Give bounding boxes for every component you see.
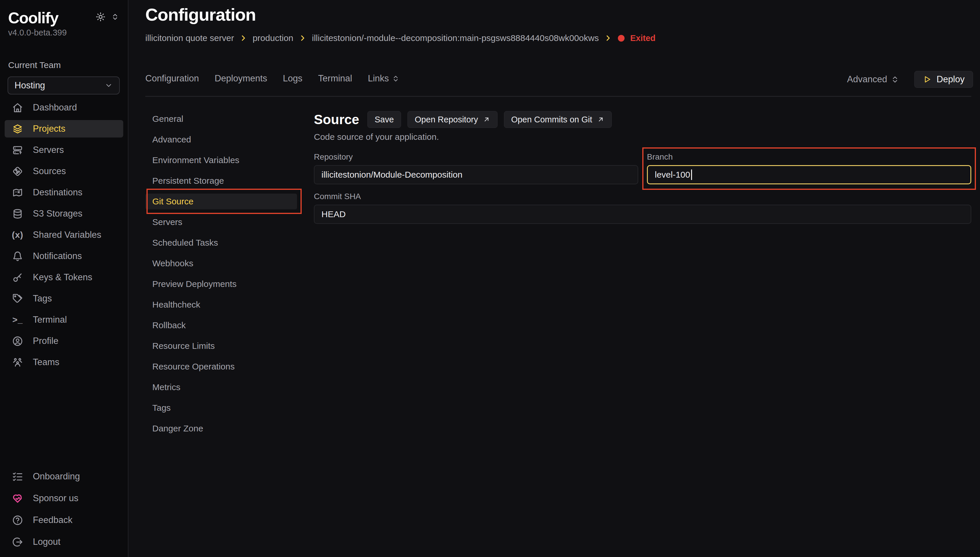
- arrow-up-right-icon: [483, 116, 490, 123]
- arrow-up-right-icon: [597, 116, 605, 123]
- heart-hands-icon: [12, 493, 23, 504]
- repository-input[interactable]: illicitestonion/Module-Decomposition: [314, 165, 638, 184]
- branch-input[interactable]: level-100: [647, 165, 971, 184]
- sidebar-item-destinations[interactable]: Destinations: [5, 184, 123, 201]
- terminal-icon: >_: [12, 315, 23, 325]
- breadcrumb-environment[interactable]: production: [253, 33, 293, 43]
- help-circle-icon: [12, 515, 23, 526]
- subnav-git-source[interactable]: Git Source: [145, 194, 297, 209]
- play-icon: [923, 75, 931, 84]
- deploy-button[interactable]: Deploy: [914, 71, 973, 88]
- branch-label: Branch: [647, 152, 971, 162]
- chevron-right-icon: [299, 34, 306, 42]
- theme-controls: [96, 12, 119, 21]
- breadcrumb-application[interactable]: illicitestonion/-module--decomposition:m…: [312, 33, 599, 43]
- subnav-scheduled-tasks[interactable]: Scheduled Tasks: [145, 235, 297, 251]
- sidebar-item-label: Profile: [33, 336, 59, 346]
- sidebar-item-teams[interactable]: Teams: [5, 353, 123, 371]
- sidebar-item-sources[interactable]: Sources: [5, 163, 123, 180]
- tab-terminal[interactable]: Terminal: [318, 73, 352, 84]
- subnav-servers[interactable]: Servers: [145, 214, 297, 230]
- subnav-environment-variables[interactable]: Environment Variables: [145, 152, 297, 168]
- team-select[interactable]: Hosting: [8, 77, 120, 94]
- sidebar-item-feedback[interactable]: Feedback: [5, 511, 123, 529]
- sidebar-item-label: Dashboard: [33, 102, 77, 113]
- save-button[interactable]: Save: [367, 111, 401, 128]
- chevrons-up-down-icon[interactable]: [111, 13, 119, 21]
- users-icon: [12, 357, 23, 368]
- text-cursor: [691, 169, 692, 180]
- open-repository-button[interactable]: Open Repository: [408, 111, 497, 128]
- source-fields-row: Repository illicitestonion/Module-Decomp…: [314, 152, 971, 184]
- sidebar-footer-nav: Onboarding Sponsor us Feedback Logout: [5, 468, 123, 550]
- branch-field: Branch level-100: [647, 152, 971, 184]
- chevron-down-icon: [105, 81, 113, 90]
- sidebar-item-label: Logout: [33, 537, 60, 547]
- sidebar-item-logout[interactable]: Logout: [5, 533, 123, 550]
- key-icon: [12, 272, 23, 283]
- subnav-danger-zone[interactable]: Danger Zone: [145, 421, 297, 436]
- source-panel-header: Source Save Open Repository Open Commits…: [314, 111, 971, 128]
- subnav-general[interactable]: General: [145, 111, 297, 127]
- status-dot: [618, 35, 624, 42]
- subnav-webhooks[interactable]: Webhooks: [145, 256, 297, 271]
- sidebar-item-label: Notifications: [33, 251, 82, 261]
- sidebar-item-notifications[interactable]: Notifications: [5, 248, 123, 265]
- divider: [145, 96, 971, 97]
- sidebar-item-sponsor-us[interactable]: Sponsor us: [5, 490, 123, 507]
- subnav-resource-operations[interactable]: Resource Operations: [145, 359, 297, 375]
- sidebar-item-s3-storages[interactable]: S3 Storages: [5, 205, 123, 222]
- tab-logs[interactable]: Logs: [283, 73, 302, 84]
- sidebar-item-keys-tokens[interactable]: Keys & Tokens: [5, 269, 123, 286]
- subnav-rollback[interactable]: Rollback: [145, 318, 297, 333]
- sidebar-item-label: Teams: [33, 357, 59, 368]
- status-badge: Exited: [630, 33, 655, 43]
- sidebar-item-label: Keys & Tokens: [33, 272, 92, 283]
- chevrons-up-down-icon: [891, 75, 899, 84]
- sun-icon[interactable]: [96, 12, 105, 21]
- breadcrumb-project[interactable]: illicitonion quote server: [145, 33, 234, 43]
- map-icon: [12, 187, 23, 198]
- tags-icon: [12, 293, 23, 304]
- subnav-metrics[interactable]: Metrics: [145, 379, 297, 395]
- subnav-healthcheck[interactable]: Healthcheck: [145, 297, 297, 313]
- subnav-persistent-storage[interactable]: Persistent Storage: [145, 173, 297, 189]
- sidebar-item-terminal[interactable]: >_ Terminal: [5, 311, 123, 329]
- commit-sha-input[interactable]: HEAD: [314, 205, 971, 224]
- source-description: Code source of your application.: [314, 132, 971, 142]
- subnav-preview-deployments[interactable]: Preview Deployments: [145, 276, 297, 292]
- tab-configuration[interactable]: Configuration: [145, 73, 199, 84]
- sidebar: Coolify v4.0.0-beta.399 Current Team Hos…: [0, 0, 128, 557]
- sidebar-item-label: Sources: [33, 166, 66, 176]
- subnav-resource-limits[interactable]: Resource Limits: [145, 338, 297, 354]
- sidebar-nav: Dashboard Projects Servers Sources Desti…: [5, 99, 123, 371]
- sidebar-item-projects[interactable]: Projects: [5, 120, 123, 137]
- sidebar-item-servers[interactable]: Servers: [5, 141, 123, 159]
- commit-sha-field: Commit SHA HEAD: [314, 192, 971, 224]
- sidebar-header: Coolify: [0, 0, 128, 27]
- sidebar-item-label: Sponsor us: [33, 493, 78, 503]
- subnav-tags[interactable]: Tags: [145, 400, 297, 416]
- tab-links[interactable]: Links: [368, 73, 400, 84]
- sidebar-item-profile[interactable]: Profile: [5, 332, 123, 350]
- sidebar-item-shared-variables[interactable]: (x) Shared Variables: [5, 226, 123, 244]
- sidebar-item-onboarding[interactable]: Onboarding: [5, 468, 123, 485]
- subnav-advanced[interactable]: Advanced: [145, 132, 297, 147]
- variable-icon: (x): [12, 230, 23, 240]
- source-panel: Source Save Open Repository Open Commits…: [314, 111, 971, 224]
- main-area: Configuration illicitonion quote server …: [128, 0, 980, 557]
- sidebar-item-tags[interactable]: Tags: [5, 290, 123, 307]
- bell-icon: [12, 251, 23, 262]
- tab-deployments[interactable]: Deployments: [215, 73, 267, 84]
- home-icon: [12, 102, 23, 113]
- chevrons-up-down-icon: [392, 75, 400, 83]
- app-version: v4.0.0-beta.399: [0, 27, 128, 37]
- repository-field: Repository illicitestonion/Module-Decomp…: [314, 152, 638, 184]
- sidebar-item-dashboard[interactable]: Dashboard: [5, 99, 123, 116]
- advanced-menu[interactable]: Advanced: [847, 74, 899, 85]
- team-select-value: Hosting: [15, 80, 45, 91]
- header-actions: Advanced Deploy: [847, 71, 973, 88]
- sidebar-item-label: Projects: [33, 124, 65, 134]
- git-source-icon: [12, 166, 23, 177]
- open-commits-button[interactable]: Open Commits on Git: [504, 111, 612, 128]
